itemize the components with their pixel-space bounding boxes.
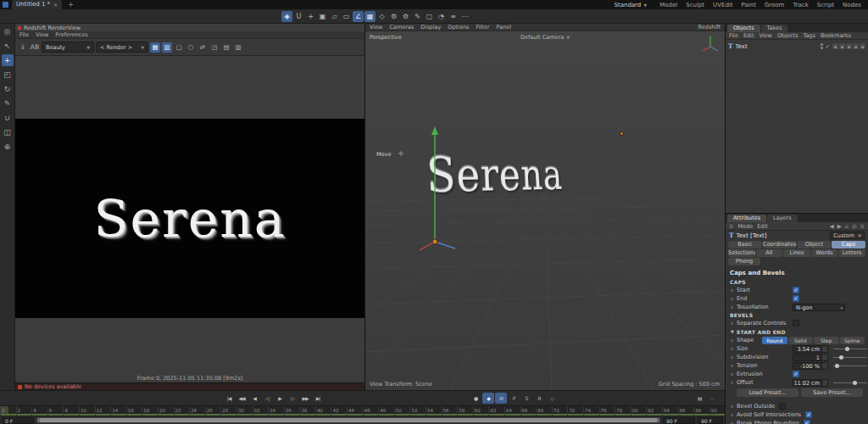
snap-settings-icon[interactable]: ⚙ (400, 11, 411, 22)
separate-controls-checkbox[interactable] (793, 320, 799, 326)
frame-tick[interactable]: 62 (488, 406, 504, 416)
document-tab[interactable]: Untitled 1 * ✕ (12, 0, 62, 9)
clipboard-icon[interactable]: ▥ (233, 42, 243, 53)
camera-key-icon[interactable]: ▤ (693, 393, 705, 404)
anim-dot-icon[interactable] (731, 365, 733, 367)
frame-tick[interactable]: 16 (126, 406, 142, 416)
workplane-cube-icon[interactable]: ▣ (317, 11, 328, 22)
object-manager-menu-item[interactable]: View (759, 32, 771, 39)
attribute-tab[interactable]: Words (811, 249, 838, 257)
home-icon[interactable]: ⌂ (845, 223, 849, 230)
play-backwards-button[interactable]: ◁ (261, 393, 273, 404)
frame-tick[interactable]: 20 (158, 406, 174, 416)
layout-item[interactable]: Script (813, 2, 838, 8)
frame-tick[interactable]: 14 (110, 406, 126, 416)
object-manager-menu-item[interactable]: Tags (803, 32, 815, 39)
close-icon[interactable]: ✕ (53, 0, 58, 9)
frame-tick[interactable]: 68 (536, 406, 552, 416)
autokey-button[interactable]: ◆ (482, 393, 494, 404)
quantize-icon[interactable]: ∠ (353, 11, 364, 22)
viewport-canvas[interactable]: Perspective Default Camera ▼ Move (365, 31, 725, 390)
layout-selector[interactable]: Standard ▼ (609, 2, 652, 8)
frame-tick[interactable]: 88 (693, 406, 709, 416)
attribute-tab[interactable]: Selections (728, 249, 755, 257)
magnet-tool-icon[interactable]: ∪ (2, 112, 14, 124)
render-camera-dropdown[interactable]: < Render > ▼ (96, 42, 148, 53)
edit-menu[interactable]: Edit (757, 223, 768, 230)
back-icon[interactable]: ◀ (830, 223, 834, 230)
pixel-probe-icon[interactable]: ○ (186, 42, 196, 53)
modeling-settings-icon[interactable]: ⚙ (388, 11, 399, 22)
magnet-icon[interactable]: U (293, 11, 304, 22)
layout-item[interactable]: Track (788, 2, 812, 8)
frame-tick[interactable]: 26 (205, 406, 221, 416)
attribute-tab[interactable]: All (756, 249, 783, 257)
anim-dot-icon[interactable] (731, 382, 733, 384)
rotation-key-toggle[interactable]: R (533, 393, 545, 404)
render-region-icon[interactable]: ▢ (174, 42, 184, 53)
range-end-field[interactable]: 90 F (663, 417, 695, 424)
frame-tick[interactable]: 90 (709, 406, 726, 416)
frame-tick[interactable]: 72 (567, 406, 583, 416)
keyframe-selection-button[interactable]: ⊙ (495, 393, 507, 404)
save-image-icon[interactable]: ⇓ (18, 42, 28, 53)
frame-tick[interactable]: 38 (299, 406, 315, 416)
attribute-manager-tab[interactable]: Layers (767, 215, 798, 222)
perspective-viewport[interactable]: ViewCamerasDisplayOptionsFilterPanel Red… (365, 24, 725, 390)
crop-icon[interactable]: ◳ (209, 42, 220, 53)
start-ipr-icon[interactable]: ▦ (150, 42, 160, 53)
select-tool-icon[interactable]: ↖ (2, 40, 14, 52)
frame-tick[interactable]: 54 (426, 406, 442, 416)
start-end-group-row[interactable]: ▼ START AND END (726, 327, 868, 336)
anim-dot-icon[interactable] (731, 339, 733, 342)
prev-frame-button[interactable]: ◀ (248, 393, 260, 404)
snap-toggle-icon[interactable]: ◈ (281, 11, 292, 22)
bevel-outside-checkbox[interactable] (779, 403, 786, 410)
pen-tool-icon[interactable]: ✎ (2, 98, 14, 109)
collapse-arrow-icon[interactable]: ▼ (731, 329, 734, 334)
frame-tick[interactable]: 34 (268, 406, 284, 416)
frame-tick[interactable]: 70 (552, 406, 568, 416)
track-icon[interactable]: ◎ (852, 223, 857, 230)
renderview-menu-item[interactable]: File (19, 31, 29, 38)
renderview-menu-item[interactable]: View (36, 31, 48, 38)
tessellation-dropdown[interactable]: N-gon (793, 304, 845, 311)
viewport-menu-item[interactable]: View (370, 24, 382, 31)
text-tag-icon[interactable]: a (832, 43, 838, 49)
frame-tick[interactable]: 76 (599, 406, 615, 416)
visibility-toggles[interactable] (821, 43, 823, 49)
anim-dot-icon[interactable] (731, 306, 733, 309)
shape-option-button[interactable]: Step (814, 337, 839, 344)
viewport-solo-icon[interactable]: ▢ (424, 11, 435, 22)
anim-dot-icon[interactable] (731, 356, 733, 359)
anim-dot-icon[interactable] (731, 348, 733, 350)
viewport-menu-item[interactable]: Cameras (389, 24, 414, 31)
mode-menu[interactable]: Mode (737, 223, 753, 230)
anim-dot-icon[interactable] (731, 322, 733, 325)
frame-tick[interactable]: 30 (236, 406, 253, 416)
frame-tick[interactable]: 58 (457, 406, 473, 416)
frame-tick[interactable]: 4 (31, 406, 47, 416)
viewport-menu-item[interactable]: Options (448, 24, 469, 31)
scale-key-toggle[interactable]: S (520, 393, 532, 404)
object-manager-menu-item[interactable]: Objects (777, 32, 798, 39)
attribute-tab[interactable]: Phong (728, 258, 760, 265)
attribute-tab[interactable]: Basic (728, 241, 762, 248)
mirror-tool-icon[interactable]: ◫ (2, 126, 14, 138)
tension-field[interactable]: -100 % (793, 362, 828, 370)
snapshot-icon[interactable]: ▥ (162, 42, 172, 53)
attribute-tab[interactable]: Caps (832, 241, 865, 248)
frame-tick[interactable]: 74 (583, 406, 599, 416)
more-icon[interactable]: ⋯ (459, 11, 470, 22)
layout-item[interactable]: Groom (760, 2, 789, 8)
attribute-tab[interactable]: Coordinates (763, 241, 797, 248)
preset-dropdown[interactable]: Custom ▼ (830, 232, 865, 239)
shape-option-button[interactable]: Round (762, 337, 787, 344)
camera-label[interactable]: Default Camera ▼ (520, 34, 570, 41)
avoid-self-checkbox[interactable] (805, 411, 812, 418)
range-start-field[interactable]: 0 F (2, 417, 34, 424)
swap-icon[interactable]: ⇄ (198, 42, 208, 53)
break-phong-checkbox[interactable] (804, 420, 810, 424)
layout-item[interactable]: UVEdit (709, 2, 737, 8)
frame-tick[interactable]: 84 (662, 406, 678, 416)
